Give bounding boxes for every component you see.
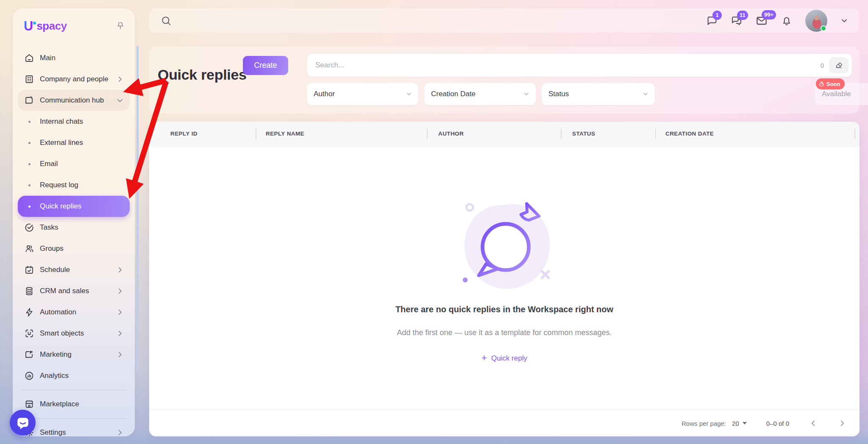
sidebar: U spacy Main Co: [13, 8, 135, 436]
search-icon[interactable]: [160, 15, 172, 27]
sidebar-item-tasks[interactable]: Tasks: [18, 217, 130, 238]
add-quick-reply-button[interactable]: + Quick reply: [479, 354, 530, 363]
user-avatar[interactable]: [805, 10, 827, 32]
sidebar-item-label: Analytics: [40, 372, 69, 380]
search-result-count: 0: [821, 62, 824, 69]
soon-badge: Soon: [816, 78, 845, 89]
sidebar-item-crm-and-sales[interactable]: CRM and sales: [18, 280, 130, 302]
sidebar-item-label: Request log: [40, 181, 78, 189]
filter-status[interactable]: Status: [542, 83, 655, 105]
page-header: Quick replies Create 0 Author Creation D…: [149, 47, 860, 114]
sidebar-scrollbar[interactable]: [136, 46, 139, 371]
intercom-launcher[interactable]: [10, 410, 36, 436]
profile-chevron-down-icon[interactable]: [840, 17, 849, 25]
sidebar-item-communication-hub[interactable]: Communication hub: [18, 90, 130, 111]
topbar: 1 11 99+: [149, 8, 860, 33]
mail-badge: 99+: [762, 10, 776, 19]
chat-icon[interactable]: 1: [706, 15, 718, 27]
pagination-range: 0–0 of 0: [766, 420, 789, 427]
sidebar-item-email[interactable]: Email: [18, 153, 130, 175]
filters-row: Author Creation Date Status Available Ch…: [307, 83, 860, 105]
previous-page-button[interactable]: [809, 419, 818, 428]
sidebar-item-label: Marketing: [40, 350, 72, 359]
column-divider: [256, 128, 256, 139]
quick-replies-table: Reply ID Reply name Author Status Creati…: [149, 122, 860, 436]
sidebar-item-automation[interactable]: Automation: [18, 302, 130, 323]
plus-icon: +: [481, 353, 487, 363]
sidebar-item-internal-chats[interactable]: Internal chats: [18, 111, 130, 132]
database-stack-icon: [24, 286, 35, 296]
sidebar-item-groups[interactable]: Groups: [18, 238, 130, 259]
logo-text: spacy: [36, 19, 67, 33]
sidebar-item-label: Email: [40, 160, 58, 168]
filter-label: Creation Date: [431, 90, 476, 98]
next-page-button[interactable]: [837, 419, 847, 428]
sidebar-header: U spacy: [13, 8, 135, 42]
rows-per-page-select[interactable]: 20: [732, 420, 747, 427]
filter-author[interactable]: Author: [307, 83, 418, 105]
sidebar-item-analytics[interactable]: Analytics: [18, 365, 130, 386]
search-input[interactable]: [314, 61, 821, 70]
sidebar-item-label: CRM and sales: [40, 287, 89, 295]
sidebar-item-label: Automation: [40, 308, 76, 316]
topbar-actions: 1 11 99+: [706, 10, 849, 32]
bullet-icon: [24, 142, 35, 144]
chevron-down-icon: [116, 97, 124, 104]
sidebar-item-external-lines[interactable]: External lines: [18, 132, 130, 153]
filter-label: Author: [314, 90, 335, 98]
rows-per-page-value: 20: [732, 420, 739, 427]
communication-hub-icon: [24, 95, 35, 105]
uspacy-logo[interactable]: U spacy: [24, 19, 67, 34]
chat-badge: 1: [712, 11, 722, 20]
chevron-right-icon: [116, 330, 124, 337]
caret-down-icon: [743, 422, 747, 425]
table-footer: Rows per page: 20 0–0 of 0: [149, 410, 860, 436]
marketing-flag-icon: [24, 350, 35, 360]
sidebar-item-schedule[interactable]: Schedule: [18, 259, 130, 280]
sidebar-item-label: Marketplace: [40, 400, 79, 408]
chevron-right-icon: [116, 351, 124, 358]
sidebar-item-quick-replies[interactable]: Quick replies: [18, 196, 130, 217]
column-divider: [561, 128, 562, 139]
mail-icon[interactable]: 99+: [755, 14, 768, 27]
empty-state-illustration: [459, 199, 554, 294]
column-header-status: Status: [572, 122, 595, 146]
add-quick-reply-label: Quick reply: [491, 354, 527, 363]
bullet-icon: [24, 163, 35, 165]
sidebar-nav: Main Company and people Communication hu…: [13, 42, 135, 436]
storefront-icon: [24, 399, 35, 409]
create-button[interactable]: Create: [243, 56, 288, 75]
column-divider: [655, 128, 656, 139]
sidebar-item-request-log[interactable]: Request log: [18, 175, 130, 196]
empty-state-title: There are no quick replies in the Worksp…: [149, 305, 860, 314]
analytics-chart-icon: [24, 371, 35, 381]
search-bar: 0: [307, 54, 852, 77]
column-header-creation-date: Creation date: [665, 122, 714, 146]
logo-letter: U: [24, 19, 33, 34]
sidebar-item-smart-objects[interactable]: Smart objects: [18, 323, 130, 344]
sidebar-item-label: Tasks: [40, 223, 58, 232]
sidebar-item-company-and-people[interactable]: Company and people: [18, 69, 130, 90]
column-divider: [427, 128, 428, 139]
pin-sidebar-icon[interactable]: [115, 21, 125, 31]
calendar-icon: [24, 265, 35, 275]
sidebar-item-label: Schedule: [40, 266, 70, 274]
chevron-right-icon: [116, 287, 124, 295]
filter-creation-date[interactable]: Creation Date: [424, 83, 536, 105]
home-icon: [24, 53, 35, 63]
bell-icon[interactable]: [781, 15, 793, 27]
table-header-row: Reply ID Reply name Author Status Creati…: [149, 122, 860, 146]
bullet-icon: [24, 184, 35, 186]
sidebar-item-marketplace[interactable]: Marketplace: [18, 394, 130, 415]
group-chats-icon[interactable]: 11: [731, 15, 743, 27]
chevron-right-icon: [116, 75, 124, 83]
chevron-down-icon: [406, 91, 412, 97]
sidebar-item-marketing[interactable]: Marketing: [18, 344, 130, 365]
smart-objects-icon: [24, 328, 35, 339]
sidebar-item-main[interactable]: Main: [18, 47, 130, 69]
column-divider: [854, 128, 855, 139]
clear-search-button[interactable]: [829, 57, 849, 73]
sidebar-item-label: Company and people: [40, 75, 108, 83]
bullet-icon: [24, 205, 35, 208]
bullet-icon: [24, 121, 35, 123]
